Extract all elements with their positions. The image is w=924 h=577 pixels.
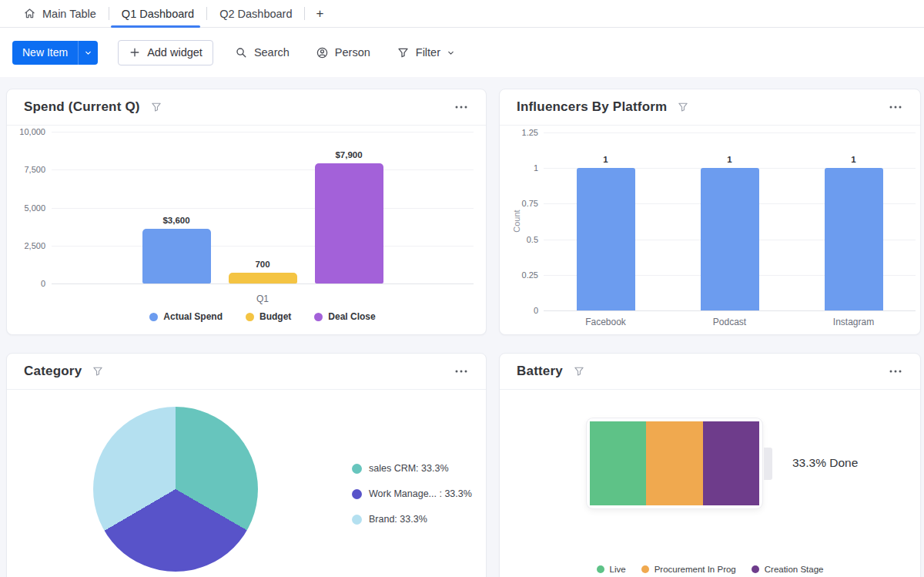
bar-slot: 1 bbox=[792, 133, 916, 310]
funnel-icon[interactable] bbox=[573, 365, 585, 377]
widget-title: Influencers By Platform bbox=[517, 99, 667, 115]
x-category-label: Instagram bbox=[792, 317, 916, 327]
gridline bbox=[544, 310, 916, 311]
widget-battery: Battery 33.3% Done LiveProcurement In Pr… bbox=[499, 353, 921, 577]
legend-item[interactable]: Actual Spend bbox=[149, 311, 223, 322]
funnel-icon[interactable] bbox=[92, 365, 104, 377]
pie-legend: sales CRM: 33.3%Work Manage... : 33.3%Br… bbox=[352, 461, 472, 527]
widget-header: Spend (Current Q) bbox=[7, 89, 486, 126]
bar-column-actual-spend: $3,600 bbox=[142, 132, 211, 283]
battery-legend: LiveProcurement In ProgCreation Stage bbox=[500, 565, 920, 574]
widget-header: Category bbox=[7, 354, 486, 390]
pie-chart[interactable] bbox=[93, 407, 258, 572]
funnel-icon[interactable] bbox=[150, 101, 162, 113]
y-tick-label: 10,000 bbox=[19, 127, 45, 136]
x-axis-categories: FacebookPodcastInstagram bbox=[544, 317, 916, 327]
widget-menu-icon[interactable] bbox=[454, 364, 469, 379]
dashboard-toolbar: New Item Add widget Search Pe bbox=[0, 28, 924, 77]
legend-dot bbox=[352, 489, 362, 499]
y-tick-label: 2,500 bbox=[24, 241, 45, 250]
widget-category-pie: Category sales CRM: 33.3%Work Manage... … bbox=[6, 353, 487, 577]
widget-menu-icon[interactable] bbox=[888, 364, 903, 379]
legend-dot bbox=[597, 565, 604, 573]
legend-item[interactable]: Deal Close bbox=[314, 311, 375, 322]
bar-chart-influencers: Count 1.2510.750.50.250 111 FacebookPodc… bbox=[500, 126, 920, 334]
person-filter-button[interactable]: Person bbox=[311, 40, 375, 65]
y-tick-label: 0.25 bbox=[522, 270, 538, 280]
person-label: Person bbox=[335, 46, 370, 59]
bar-slots: 111 bbox=[544, 133, 916, 310]
search-button[interactable]: Search bbox=[230, 40, 294, 65]
legend-dot bbox=[641, 565, 649, 573]
search-label: Search bbox=[254, 46, 290, 59]
battery-legend-item[interactable]: Creation Stage bbox=[752, 565, 824, 574]
new-item-dropdown-toggle[interactable] bbox=[78, 41, 98, 65]
widget-menu-icon[interactable] bbox=[888, 99, 903, 115]
battery-chart: 33.3% Done LiveProcurement In ProgCreati… bbox=[500, 390, 920, 577]
bar-value-label: 1 bbox=[851, 155, 855, 164]
bar-chart-spend: 10,0007,5005,0002,5000 $3,600700$7,900 Q… bbox=[7, 126, 486, 334]
bar[interactable] bbox=[315, 163, 383, 283]
bar-value-label: $7,900 bbox=[335, 150, 362, 159]
y-tick-label: 0 bbox=[534, 306, 538, 315]
tab-q1-dashboard[interactable]: Q1 Dashboard bbox=[109, 0, 206, 27]
battery-legend-item[interactable]: Live bbox=[597, 565, 626, 574]
legend-label: sales CRM: 33.3% bbox=[369, 463, 449, 474]
add-widget-label: Add widget bbox=[147, 46, 203, 59]
widget-title: Battery bbox=[517, 364, 563, 379]
new-item-label: New Item bbox=[12, 41, 78, 65]
bar-column-budget: 700 bbox=[229, 132, 297, 283]
search-icon bbox=[235, 46, 248, 59]
x-axis-label: Q1 bbox=[52, 294, 474, 304]
legend-item[interactable]: Budget bbox=[246, 311, 291, 322]
bar-value-label: 1 bbox=[603, 155, 608, 164]
legend-label: Live bbox=[610, 565, 626, 574]
bar-value-label: 700 bbox=[255, 260, 270, 269]
y-tick-label: 7,500 bbox=[24, 165, 45, 174]
bar[interactable] bbox=[142, 229, 211, 283]
tab-q2-dashboard[interactable]: Q2 Dashboard bbox=[207, 0, 304, 27]
widget-title: Category bbox=[24, 364, 82, 379]
funnel-icon[interactable] bbox=[677, 101, 689, 113]
battery-nub bbox=[764, 448, 772, 480]
legend-dot bbox=[149, 313, 158, 321]
pie-legend-item[interactable]: Brand: 33.3% bbox=[352, 512, 472, 527]
bar-column-podcast: 1 bbox=[701, 133, 759, 310]
legend-label: Brand: 33.3% bbox=[369, 514, 427, 525]
battery-segment-live bbox=[590, 421, 646, 505]
bar[interactable] bbox=[229, 273, 297, 283]
y-tick-label: 0.5 bbox=[527, 235, 538, 244]
legend-label: Work Manage... : 33.3% bbox=[369, 488, 472, 499]
x-category-label: Facebook bbox=[544, 317, 668, 327]
chevron-down-icon bbox=[447, 49, 455, 57]
battery-legend-item[interactable]: Procurement In Prog bbox=[641, 565, 736, 574]
y-tick-label: 1 bbox=[534, 163, 538, 173]
widget-influencers-by-platform: Influencers By Platform Count 1.2510.750… bbox=[499, 89, 921, 335]
legend-label: Deal Close bbox=[328, 311, 375, 322]
legend-dot bbox=[246, 313, 254, 321]
battery-status-text: 33.3% Done bbox=[792, 456, 858, 470]
bar-value-label: $3,600 bbox=[162, 216, 189, 225]
bar[interactable] bbox=[577, 168, 635, 310]
y-tick-label: 5,000 bbox=[24, 203, 45, 213]
tab-main-table[interactable]: Main Table bbox=[11, 0, 109, 27]
bar-value-label: 1 bbox=[727, 155, 732, 164]
filter-label: Filter bbox=[416, 46, 440, 59]
filter-button[interactable]: Filter bbox=[392, 40, 460, 65]
legend-dot bbox=[752, 565, 759, 573]
new-item-button[interactable]: New Item bbox=[12, 41, 98, 65]
dashboard-grid: Spend (Current Q) 10,0007,5005,0002,5000… bbox=[0, 77, 924, 577]
legend-label: Actual Spend bbox=[163, 311, 223, 322]
bar-slot: 1 bbox=[668, 133, 792, 310]
bar[interactable] bbox=[825, 168, 883, 310]
pie-legend-item[interactable]: sales CRM: 33.3% bbox=[352, 461, 472, 476]
add-widget-button[interactable]: Add widget bbox=[118, 40, 213, 65]
legend-dot bbox=[314, 313, 323, 321]
bar[interactable] bbox=[701, 168, 759, 310]
pie-legend-item[interactable]: Work Manage... : 33.3% bbox=[352, 486, 472, 502]
legend-dot bbox=[352, 464, 362, 474]
funnel-icon bbox=[397, 46, 410, 59]
widget-menu-icon[interactable] bbox=[454, 99, 469, 115]
add-tab-button[interactable]: + bbox=[305, 6, 334, 22]
bar-group: $3,600700$7,900 bbox=[52, 132, 474, 283]
